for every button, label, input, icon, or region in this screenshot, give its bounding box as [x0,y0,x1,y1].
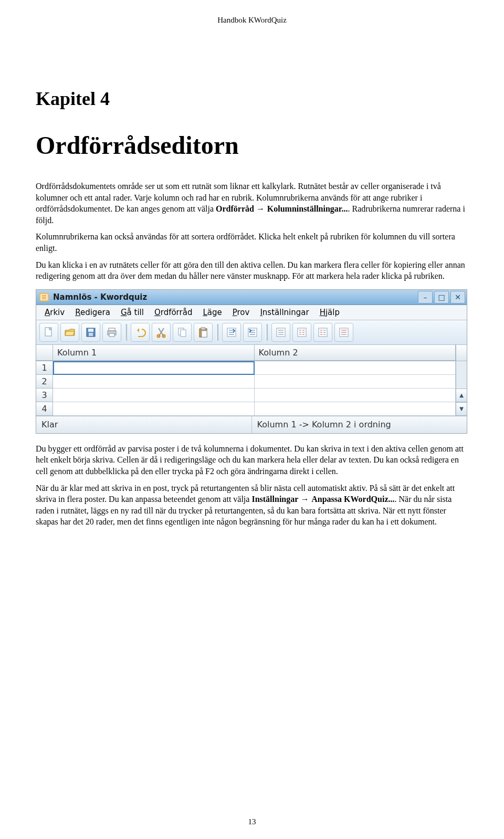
row-header-2[interactable]: 2 [36,375,53,389]
svg-rect-4 [88,329,93,332]
toolbar-separator-3 [266,324,268,341]
menu-arkiv[interactable]: Arkiv [39,307,70,318]
table-row: 1 [36,361,456,375]
scroll-up-icon[interactable]: ▲ [456,389,467,402]
paragraph-2: Kolumnrubrikerna kan också användas för … [36,231,468,254]
toolbar-separator-1 [125,324,127,341]
screenshot: Namnlös - Kwordquiz – □ ✕ Arkiv Redigera… [36,289,467,434]
p1-arrow: → [254,204,267,213]
quiz-flash-button[interactable] [292,323,311,342]
minimize-button[interactable]: – [418,291,433,303]
window-title: Namnlös - Kwordquiz [53,292,147,302]
cell-r4-c2[interactable] [255,402,456,416]
table-row: 3 [36,389,456,402]
svg-rect-15 [202,331,207,337]
menu-installningar[interactable]: Inställningar [255,307,314,318]
svg-rect-14 [201,328,205,330]
row-header-4[interactable]: 4 [36,402,53,416]
undo-button[interactable] [131,323,150,342]
save-button[interactable] [81,323,100,342]
row-header-1[interactable]: 1 [36,361,53,375]
toolbar [36,320,467,345]
p5-bold2: Anpassa KWordQuiz... [311,495,394,504]
svg-rect-20 [319,328,327,337]
status-left: Klar [36,416,252,433]
svg-rect-12 [181,330,186,337]
cell-r2-c1[interactable] [53,375,255,389]
paragraph-5: När du är klar med att skriva in en post… [36,483,468,528]
status-right: Kolumn 1 -> Kolumn 2 i ordning [252,416,467,433]
svg-rect-8 [109,333,114,337]
menu-gatill[interactable]: Gå till [116,307,149,318]
grid-corner[interactable] [36,345,53,361]
cell-r3-c1[interactable] [53,389,255,402]
close-button[interactable]: ✕ [450,291,465,303]
chapter-label: Kapitel 4 [36,88,468,110]
mode-button-1[interactable] [222,323,241,342]
p5-arrow: → [298,495,311,504]
doc-header: Handbok KWordQuiz [36,16,468,25]
chapter-title: Ordförrådseditorn [36,131,468,160]
svg-rect-6 [109,328,115,331]
cell-r1-c1[interactable] [53,361,255,375]
menu-ordforrad[interactable]: Ordförråd [149,307,197,318]
menu-lage[interactable]: Läge [197,307,227,318]
cell-r2-c2[interactable] [255,375,456,389]
table-row: 4 [36,402,456,416]
svg-rect-19 [298,328,306,337]
toolbar-separator-2 [216,324,218,341]
maximize-button[interactable]: □ [434,291,449,303]
menu-hjalp[interactable]: Hjälp [314,307,345,318]
window-titlebar: Namnlös - Kwordquiz – □ ✕ [36,290,467,305]
column-header-2[interactable]: Kolumn 2 [255,345,456,361]
statusbar: Klar Kolumn 1 -> Kolumn 2 i ordning [36,416,467,433]
p5-bold1: Inställningar [251,495,298,504]
p1-bold1: Ordförråd [216,204,254,213]
scroll-down-icon[interactable]: ▼ [456,402,467,416]
mode-button-2[interactable] [243,323,262,342]
row-header-3[interactable]: 3 [36,389,53,402]
table-row: 2 [36,375,456,389]
quiz-list-button[interactable] [271,323,290,342]
app-icon [38,292,50,302]
menu-prov[interactable]: Prov [227,307,255,318]
new-button[interactable] [39,323,58,342]
paste-button[interactable] [194,323,213,342]
open-button[interactable] [60,323,79,342]
cell-r3-c2[interactable] [255,389,456,402]
paragraph-4: Du bygger ett ordförråd av parvisa poste… [36,443,468,477]
quiz-multi-button[interactable] [313,323,332,342]
copy-button[interactable] [173,323,192,342]
cell-r4-c1[interactable] [53,402,255,416]
grid-header: Kolumn 1 Kolumn 2 [36,345,456,361]
svg-rect-5 [89,333,93,336]
print-button[interactable] [102,323,121,342]
paragraph-1: Ordförrådsdokumentets område ser ut som … [36,181,468,226]
menu-redigera[interactable]: Redigera [70,307,116,318]
p1-bold2: Kolumninställningar... [267,204,348,213]
scrollbar-vertical[interactable]: ▲ ▼ [456,345,467,416]
menubar: Arkiv Redigera Gå till Ordförråd Läge Pr… [36,305,467,320]
page-number: 13 [0,817,504,826]
column-header-1[interactable]: Kolumn 1 [53,345,255,361]
cell-r1-c2[interactable] [255,361,456,375]
cut-button[interactable] [152,323,171,342]
quiz-qa-button[interactable] [334,323,353,342]
paragraph-3: Du kan klicka i en av rutnätets celler f… [36,259,468,282]
